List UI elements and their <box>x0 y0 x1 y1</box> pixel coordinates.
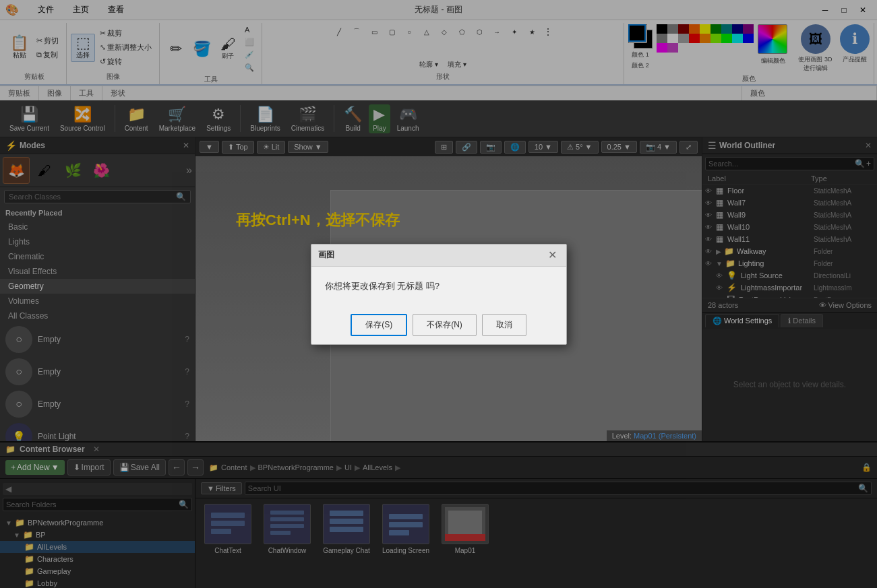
dialog-message: 你想将更改保存到 无标题 吗? <box>325 281 440 291</box>
dialog-save-button[interactable]: 保存(S) <box>351 314 407 336</box>
dialog-body: 你想将更改保存到 无标题 吗? <box>311 267 566 306</box>
dialog-title-bar: 画图 ✕ <box>311 244 566 267</box>
save-dialog: 画图 ✕ 你想将更改保存到 无标题 吗? 保存(S) 不保存(N) 取消 <box>311 244 567 345</box>
dialog-title: 画图 <box>318 249 334 261</box>
dialog-footer: 保存(S) 不保存(N) 取消 <box>311 306 566 344</box>
dialog-nosave-button[interactable]: 不保存(N) <box>413 314 477 336</box>
dialog-cancel-button[interactable]: 取消 <box>482 314 526 336</box>
dialog-close-button[interactable]: ✕ <box>546 249 560 262</box>
dialog-overlay: 画图 ✕ 你想将更改保存到 无标题 吗? 保存(S) 不保存(N) 取消 <box>0 0 877 588</box>
